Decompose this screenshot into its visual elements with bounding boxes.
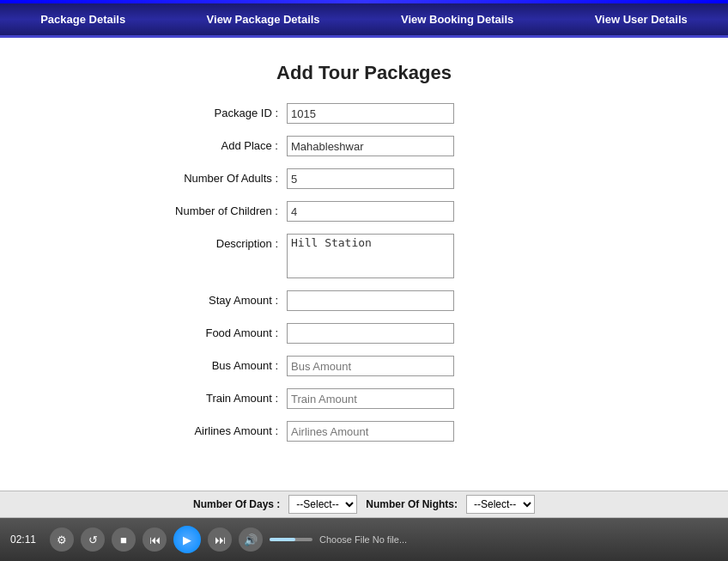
- nav-view-booking-details[interactable]: View Booking Details: [392, 13, 522, 26]
- bottom-bar: Number Of Days : --Select-- Number Of Ni…: [0, 491, 728, 518]
- airlines-amount-input[interactable]: [287, 421, 454, 442]
- media-rewind-button[interactable]: ⏮: [143, 527, 167, 552]
- days-select[interactable]: --Select--: [288, 495, 357, 514]
- stay-amount-row: Stay Amount :: [115, 290, 613, 311]
- add-place-row: Add Place :: [115, 136, 613, 156]
- nav-view-package-details[interactable]: View Package Details: [198, 13, 329, 26]
- bus-amount-row: Bus Amount :: [115, 356, 613, 376]
- file-input-label: Choose File No file...: [319, 534, 407, 545]
- stay-amount-label: Stay Amount :: [115, 290, 287, 307]
- media-play-button[interactable]: ▶: [173, 526, 201, 553]
- food-amount-row: Food Amount :: [115, 323, 613, 344]
- add-place-input[interactable]: [287, 136, 454, 156]
- train-amount-input[interactable]: [287, 388, 454, 409]
- nights-select[interactable]: --Select--: [466, 495, 535, 514]
- nav-view-user-details[interactable]: View User Details: [586, 13, 696, 26]
- num-children-input[interactable]: [287, 201, 454, 222]
- form-container: Package ID : Add Place : Number Of Adult…: [0, 103, 728, 454]
- num-adults-label: Number Of Adults :: [115, 168, 287, 185]
- media-stop-button[interactable]: ■: [112, 527, 136, 552]
- media-time: 02:11: [10, 534, 43, 546]
- days-label: Number Of Days :: [193, 498, 280, 510]
- media-volume-fill: [270, 538, 295, 541]
- media-settings-button[interactable]: ⚙: [50, 527, 74, 552]
- airlines-amount-row: Airlines Amount :: [115, 421, 613, 442]
- media-volume-slider[interactable]: [270, 538, 312, 541]
- airlines-amount-label: Airlines Amount :: [115, 421, 287, 437]
- bus-amount-label: Bus Amount :: [115, 356, 287, 372]
- package-id-input[interactable]: [287, 103, 454, 124]
- food-amount-input[interactable]: [287, 323, 454, 344]
- package-id-row: Package ID :: [115, 103, 613, 124]
- num-adults-row: Number Of Adults :: [115, 168, 613, 189]
- train-amount-row: Train Amount :: [115, 388, 613, 409]
- food-amount-label: Food Amount :: [115, 323, 287, 339]
- stay-amount-input[interactable]: [287, 290, 454, 311]
- description-input[interactable]: <span class="squiggle">Hill</span> Stati…: [287, 234, 454, 278]
- navbar: Package Details View Package Details Vie…: [0, 3, 728, 38]
- num-children-label: Number of Children :: [115, 201, 287, 217]
- media-volume-button[interactable]: 🔊: [239, 527, 263, 552]
- train-amount-label: Train Amount :: [115, 388, 287, 405]
- media-forward-button[interactable]: ⏭: [208, 527, 232, 552]
- media-bar: 02:11 ⚙ ↺ ■ ⏮ ▶ ⏭ 🔊 Choose File No file.…: [0, 518, 728, 561]
- description-label: Description :: [115, 234, 287, 250]
- package-id-label: Package ID :: [115, 103, 287, 119]
- nav-package-details[interactable]: Package Details: [32, 13, 134, 26]
- page-title: Add Tour Packages: [0, 62, 728, 84]
- description-row: Description : <span class="squiggle">Hil…: [115, 234, 613, 278]
- num-adults-input[interactable]: [287, 168, 454, 189]
- media-restart-button[interactable]: ↺: [81, 527, 105, 552]
- nights-label: Number Of Nights:: [366, 498, 458, 510]
- add-place-label: Add Place :: [115, 136, 287, 152]
- num-children-row: Number of Children :: [115, 201, 613, 222]
- bus-amount-input[interactable]: [287, 356, 454, 376]
